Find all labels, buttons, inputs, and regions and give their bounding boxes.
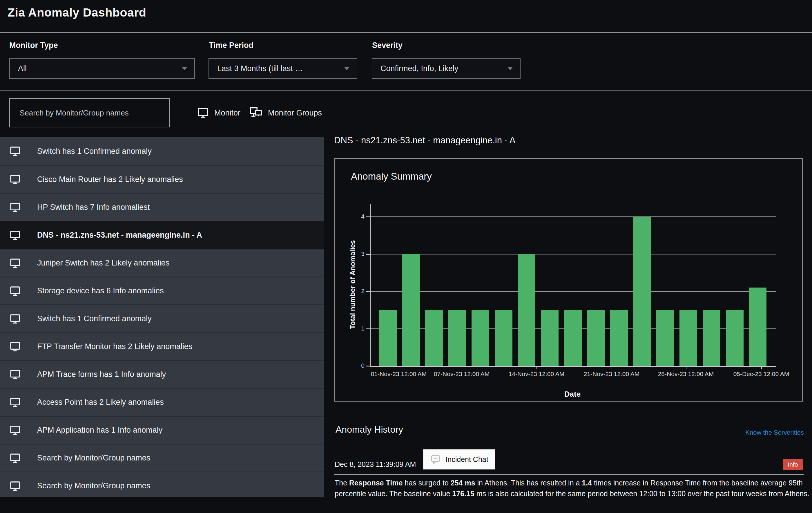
time-period-value: Last 3 Months (till last … [217,64,303,73]
list-item-label: DNS - ns21.zns-53.net - manageengine.in … [37,231,202,240]
time-period-label: Time Period [209,41,254,50]
monitor-icon [9,285,21,297]
section-divider [0,90,812,91]
severity-value: Confirmed, Info, Likely [380,64,459,73]
anomaly-bar [448,310,466,366]
x-tick-label: 01-Nov-23 12:00 AM [371,371,427,378]
monitor-icon [9,230,21,241]
monitor-toggle[interactable]: Monitor [197,98,240,127]
anomaly-timestamp: Dec 8, 2023 11:39:09 AM [335,460,416,468]
list-item[interactable]: APM Application has 1 Info anomaly [0,416,324,444]
y-tick-mark [366,216,370,217]
list-item-label: FTP Transfer Monitor has 2 Likely anomal… [37,342,192,351]
gridline [371,254,776,254]
chevron-down-icon [507,67,513,70]
list-item[interactable]: Search by Monitor/Group names [0,471,324,497]
list-item[interactable]: Cisco Main Router has 2 Likely anomalies [0,165,324,193]
history-divider [335,474,804,475]
list-item[interactable]: DNS - ns21.zns-53.net - manageengine.in … [0,221,324,249]
chat-icon [430,454,441,465]
list-item-label: Storage device has 6 Info anomalies [37,287,164,295]
list-item[interactable]: Switch has 1 Confirmed anomaly [0,304,324,332]
list-item-label: Switch has 1 Confirmed anomaly [37,147,152,156]
list-item-label: Search by Monitor/Group names [37,481,150,490]
y-tick-label: 1 [349,325,365,332]
y-tick-mark [366,328,370,329]
y-tick-mark [366,254,370,255]
monitor-icon [9,313,21,325]
anomaly-bar [633,217,651,366]
anomaly-bar [518,254,535,366]
list-item-label: Cisco Main Router has 2 Likely anomalies [37,175,183,184]
selected-monitor-title: DNS - ns21.zns-53.net - manageengine.in … [334,135,516,146]
anomaly-bar [379,310,397,366]
monitor-icon [197,107,209,119]
x-tick-label: 05-Dec-23 12:00 AM [733,371,789,378]
y-tick-mark [366,291,370,292]
x-tick-mark [536,366,537,369]
know-severities-link[interactable]: Know the Serverities [745,429,804,436]
list-item-label: APM Trace forms has 1 Info anomaly [37,370,166,379]
anomaly-bar [402,254,420,366]
monitor-icon [9,425,21,436]
list-item[interactable]: HP Switch has 7 Info anomaliest [0,193,324,221]
x-tick-label: 28-Nov-23 12:00 AM [658,371,714,378]
y-tick-label: 2 [349,288,365,295]
anomaly-bar [679,310,697,366]
list-item[interactable]: Access Point has 2 Likely anomalies [0,388,324,416]
list-item[interactable]: Storage device has 6 Info anomalies [0,276,324,304]
monitor-groups-toggle-label: Monitor Groups [268,109,322,117]
anomaly-bar [495,310,513,366]
monitor-icon [9,369,21,380]
anomaly-bar [425,310,443,366]
time-period-select[interactable]: Last 3 Months (till last … [208,58,357,79]
y-tick-label: 0 [349,362,365,369]
search-input[interactable] [9,98,170,127]
severity-label: Severity [372,41,403,50]
anomaly-bar [541,310,558,366]
anomaly-bar [656,310,674,366]
x-tick-mark [462,366,462,369]
anomaly-description: The Response Time has surged to 254 ms i… [335,478,812,499]
list-item-label: APM Application has 1 Info anomaly [37,426,163,435]
anomaly-bar-chart [370,204,776,367]
anomaly-summary-title: Anomaly Summary [351,171,432,182]
x-tick-label: 07-Nov-23 12:00 AM [434,371,490,378]
page-title: Zia Anomaly Dashboard [7,6,146,20]
anomaly-history-title: Anomaly History [336,424,403,435]
monitor-icon [9,258,21,269]
header-divider [0,32,812,33]
anomaly-bar [587,310,605,366]
list-item[interactable]: Switch has 1 Confirmed anomaly [0,137,324,165]
zia-anomaly-dashboard: Zia Anomaly Dashboard Monitor Type Time … [0,0,812,513]
chevron-down-icon [181,67,187,70]
x-tick-mark [612,366,612,369]
monitor-icon [9,397,21,408]
monitor-groups-toggle[interactable]: Monitor Groups [250,98,322,127]
list-item-label: Search by Monitor/Group names [37,454,150,462]
monitor-type-label: Monitor Type [9,41,58,50]
x-axis-title: Date [564,390,581,399]
monitor-list: Switch has 1 Confirmed anomaly Cisco Mai… [0,137,324,497]
list-item[interactable]: APM Trace forms has 1 Info anomaly [0,360,324,388]
list-item-label: Access Point has 2 Likely anomalies [37,398,164,407]
list-item-label: Juniper Switch has 2 Likely anomalies [37,259,169,268]
y-tick-label: 3 [349,250,365,258]
x-tick-label: 21-Nov-23 12:00 AM [584,371,640,378]
anomaly-bar [703,310,720,366]
severity-badge: Info [783,459,803,470]
list-item[interactable]: FTP Transfer Monitor has 2 Likely anomal… [0,332,324,360]
chevron-down-icon [344,67,350,70]
monitor-type-value: All [18,64,27,73]
list-item[interactable]: Juniper Switch has 2 Likely anomalies [0,249,324,276]
monitor-icon [9,480,21,492]
severity-select[interactable]: Confirmed, Info, Likely [372,58,521,79]
anomaly-bar [564,310,582,366]
x-tick-mark [686,366,687,369]
incident-chat-button[interactable]: Incident Chat [423,449,495,469]
y-tick-label: 4 [349,213,365,220]
anomaly-summary-panel: Anomaly Summary Total number of Anomalie… [334,158,803,402]
list-item[interactable]: Search by Monitor/Group names [0,444,324,471]
monitor-type-select[interactable]: All [9,58,195,79]
anomaly-bar [726,310,744,366]
